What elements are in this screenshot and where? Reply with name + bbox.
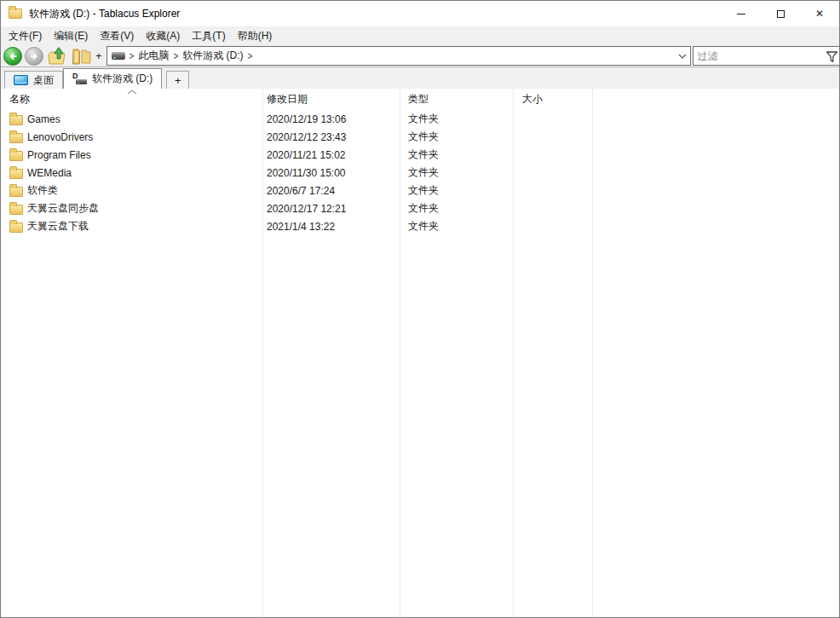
breadcrumb-segment[interactable]: 此电脑 [138, 49, 169, 63]
minimize-icon [737, 14, 745, 14]
file-name-cell[interactable]: 软件类 [9, 182, 58, 199]
column-header-modified[interactable]: 修改日期 [267, 89, 308, 110]
file-name-cell[interactable]: Program Files [9, 146, 91, 164]
column-header-size[interactable]: 大小 [522, 89, 543, 110]
column-headers: 名称 修改日期 类型 大小 [1, 89, 839, 110]
toolbar-add-button[interactable]: + [95, 49, 102, 62]
file-name-cell[interactable]: LenovoDrivers [9, 128, 93, 146]
menu-item-favorites[interactable]: 收藏(A) [140, 26, 186, 46]
file-name: LenovoDrivers [27, 131, 93, 143]
address-bar[interactable]: >此电脑>软件游戏 (D:)> [106, 46, 691, 66]
file-rows: Games 2020/12/19 13:06 文件夹 LenovoDrivers… [1, 110, 839, 235]
new-tab-button[interactable]: + [166, 71, 189, 89]
up-folder-button[interactable] [47, 46, 67, 66]
filter-input[interactable] [693, 47, 840, 65]
filter-funnel-icon [826, 51, 838, 63]
toolbar: + >此电脑>软件游戏 (D:)> [1, 45, 839, 67]
folder-icon [9, 187, 23, 197]
file-type: 文件夹 [408, 217, 439, 235]
tablacus-explorer-window: 软件游戏 (D:) - Tablacus Explorer ✕ 文件(F)编辑(… [0, 0, 840, 618]
tab-desktop[interactable]: 桌面 [4, 71, 63, 89]
breadcrumb-segment[interactable]: 软件游戏 (D:) [182, 49, 243, 63]
close-icon: ✕ [815, 9, 824, 19]
tab-bar: 桌面 D 软件游戏 (D:) + [1, 67, 839, 89]
arrow-left-icon [7, 50, 19, 62]
folders-button[interactable] [71, 47, 92, 66]
file-modified-date: 2020/12/19 13:06 [267, 110, 346, 128]
arrow-right-icon [28, 50, 40, 62]
table-row[interactable]: 天翼云盘下载 2021/1/4 13:22 文件夹 [1, 217, 839, 235]
tab-drive-d-label: 软件游戏 (D:) [92, 72, 152, 86]
tab-drive-d[interactable]: D 软件游戏 (D:) [63, 68, 162, 89]
file-modified-date: 2020/12/12 23:43 [267, 128, 346, 146]
file-modified-date: 2020/11/21 15:02 [267, 146, 346, 164]
table-row[interactable]: LenovoDrivers 2020/12/12 23:43 文件夹 [1, 128, 839, 146]
file-type: 文件夹 [408, 164, 439, 182]
file-name-cell[interactable]: 天翼云盘下载 [9, 217, 89, 235]
drive-d-icon: D [72, 73, 87, 85]
menu-item-file[interactable]: 文件(F) [3, 26, 48, 46]
folder-icon [9, 133, 23, 143]
window-folder-icon [9, 6, 22, 21]
desktop-icon [14, 75, 28, 85]
file-name: 软件类 [27, 183, 58, 198]
table-row[interactable]: WEMedia 2020/11/30 15:00 文件夹 [1, 164, 839, 182]
folder-icon [9, 115, 23, 125]
maximize-button[interactable] [761, 1, 800, 26]
menu-bar: 文件(F)编辑(E)查看(V)收藏(A)工具(T)帮助(H) [1, 26, 839, 45]
minimize-button[interactable] [722, 1, 761, 26]
file-modified-date: 2020/12/17 12:21 [267, 199, 346, 217]
maximize-icon [777, 10, 785, 18]
file-modified-date: 2020/11/30 15:00 [267, 164, 346, 182]
file-name-cell[interactable]: Games [9, 110, 60, 128]
table-row[interactable]: 软件类 2020/6/7 17:24 文件夹 [1, 182, 839, 199]
folder-up-icon [47, 46, 67, 66]
window-controls: ✕ [722, 1, 839, 26]
forward-button[interactable] [25, 47, 43, 66]
file-type: 文件夹 [408, 182, 439, 199]
folder-icon [9, 169, 23, 179]
folder-icon [9, 205, 23, 215]
file-name-cell[interactable]: 天翼云盘同步盘 [9, 199, 99, 217]
file-name: 天翼云盘同步盘 [27, 201, 99, 216]
file-name: 天翼云盘下载 [27, 219, 89, 234]
file-type: 文件夹 [408, 146, 439, 164]
menu-item-help[interactable]: 帮助(H) [232, 26, 279, 46]
file-modified-date: 2020/6/7 17:24 [267, 182, 335, 199]
file-modified-date: 2021/1/4 13:22 [267, 217, 335, 235]
window-title: 软件游戏 (D:) - Tablacus Explorer [29, 7, 180, 21]
file-type: 文件夹 [408, 110, 439, 128]
menu-item-view[interactable]: 查看(V) [94, 26, 140, 46]
filter-box [693, 46, 840, 66]
file-type: 文件夹 [408, 128, 439, 146]
file-name-cell[interactable]: WEMedia [9, 164, 72, 182]
title-bar: 软件游戏 (D:) - Tablacus Explorer ✕ [1, 1, 839, 26]
close-button[interactable]: ✕ [800, 1, 839, 26]
table-row[interactable]: 天翼云盘同步盘 2020/12/17 12:21 文件夹 [1, 199, 839, 217]
drive-icon [112, 52, 125, 60]
breadcrumb-separator: > [129, 50, 135, 62]
column-header-name[interactable]: 名称 [9, 89, 30, 110]
folder-icon [9, 222, 23, 233]
folder-icon [9, 151, 23, 161]
breadcrumb-separator: > [173, 50, 178, 62]
file-name: WEMedia [27, 167, 72, 179]
breadcrumb-separator: > [248, 50, 253, 62]
file-name: Games [27, 113, 60, 125]
chevron-down-icon[interactable] [678, 54, 687, 59]
menu-item-tools[interactable]: 工具(T) [186, 26, 231, 46]
file-name: Program Files [27, 149, 91, 161]
breadcrumb: >此电脑>软件游戏 (D:)> [125, 49, 257, 63]
folders-icon [71, 47, 92, 66]
menu-item-edit[interactable]: 编辑(E) [48, 26, 94, 46]
table-row[interactable]: Program Files 2020/11/21 15:02 文件夹 [1, 146, 839, 164]
back-button[interactable] [3, 47, 22, 66]
tab-desktop-label: 桌面 [33, 73, 54, 88]
column-header-type[interactable]: 类型 [408, 89, 429, 110]
file-list: 名称 修改日期 类型 大小 Games 2020/12/19 13:06 文件夹… [1, 89, 839, 617]
table-row[interactable]: Games 2020/12/19 13:06 文件夹 [1, 110, 839, 128]
file-type: 文件夹 [408, 199, 439, 217]
